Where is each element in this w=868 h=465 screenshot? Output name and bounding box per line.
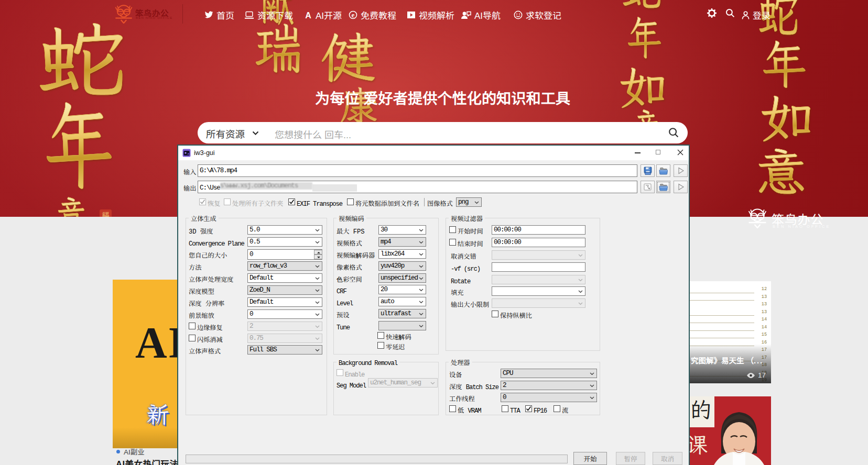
svg-text:A: A (305, 11, 311, 19)
svg-text:e: e (352, 11, 355, 19)
